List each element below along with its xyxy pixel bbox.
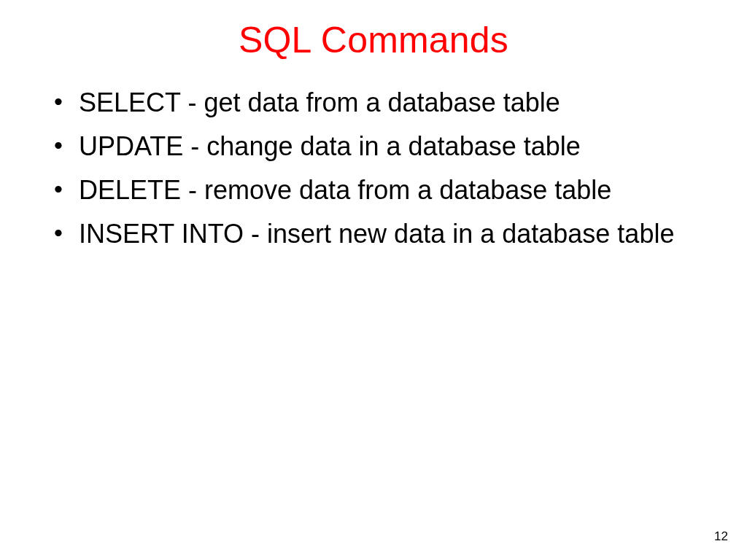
slide-content: SELECT - get data from a database table …	[50, 86, 703, 261]
page-number: 12	[714, 529, 728, 544]
list-item: SELECT - get data from a database table	[50, 86, 703, 120]
list-item: UPDATE - change data in a database table	[50, 130, 703, 163]
slide: SQL Commands SELECT - get data from a da…	[0, 0, 747, 560]
list-item: INSERT INTO - insert new data in a datab…	[50, 217, 703, 251]
bullet-list: SELECT - get data from a database table …	[50, 86, 703, 251]
list-item: DELETE - remove data from a database tab…	[50, 174, 703, 207]
slide-title: SQL Commands	[0, 19, 747, 61]
